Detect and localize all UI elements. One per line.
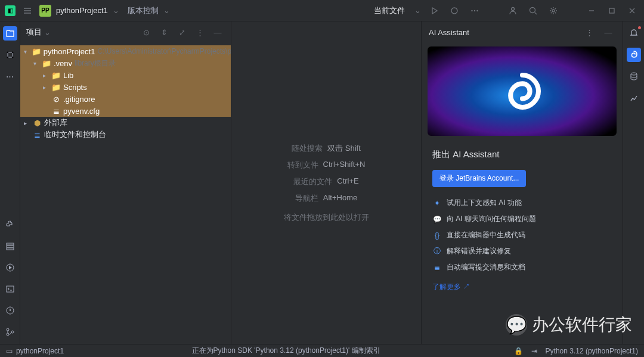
hide-panel-icon[interactable]: — xyxy=(210,25,225,39)
project-badge: PP xyxy=(39,5,51,17)
main-menu-icon[interactable] xyxy=(20,4,35,18)
svg-rect-16 xyxy=(7,286,14,292)
editor-empty-state: 随处搜索双击 Shift 转到文件Ctrl+Shift+N 最近的文件Ctrl+… xyxy=(231,21,421,344)
select-opened-icon[interactable]: ⊙ xyxy=(139,25,153,39)
ai-login-button[interactable]: 登录 JetBrains Account... xyxy=(432,170,526,187)
ai-feature-label: 自动编写提交消息和文档 xyxy=(447,262,525,272)
doc-icon: ≣ xyxy=(432,263,442,272)
svg-point-5 xyxy=(530,7,535,13)
ai-feature-label: 解释错误并建议修复 xyxy=(447,246,511,256)
tree-gitignore[interactable]: ⊘ .gitignore xyxy=(20,93,231,105)
svg-point-3 xyxy=(476,10,478,11)
project-tool-icon[interactable] xyxy=(3,26,17,41)
statusbar: ▭ pythonProject1 正在为Python SDK 'Python 3… xyxy=(0,344,644,357)
tree-scripts[interactable]: ▸📁 Scripts xyxy=(20,81,231,93)
watermark: 💬 办公软件行家 xyxy=(506,313,632,336)
svg-point-0 xyxy=(451,8,457,14)
tree-label: Lib xyxy=(63,71,73,80)
project-panel: 项目 ⌄ ⊙ ⇕ ⤢ ⋮ — ▾📁 pythonProject1 C:\User… xyxy=(20,21,231,344)
svg-point-18 xyxy=(7,328,9,331)
ai-feature-label: 直接在编辑器中生成代码 xyxy=(447,230,525,240)
svg-point-6 xyxy=(552,10,555,12)
minimize-icon[interactable] xyxy=(584,4,599,18)
svg-point-2 xyxy=(474,10,475,11)
services-icon[interactable] xyxy=(3,239,17,253)
database-icon[interactable] xyxy=(627,69,641,83)
wechat-icon: 💬 xyxy=(506,314,527,336)
tree-root[interactable]: ▾📁 pythonProject1 C:\Users\Administrator… xyxy=(20,45,231,57)
tree-pyvenv[interactable]: ≣ pyvenv.cfg xyxy=(20,105,231,117)
terminal-icon[interactable] xyxy=(3,282,17,296)
app-icon: ◧ xyxy=(5,5,16,16)
svg-rect-12 xyxy=(7,243,14,245)
tree-scratch[interactable]: ≣ 临时文件和控制台 xyxy=(20,129,231,141)
status-project[interactable]: pythonProject1 xyxy=(16,347,64,355)
status-indexing[interactable]: 正在为Python SDK 'Python 3.12 (pythonProjec… xyxy=(192,346,380,355)
tree-venv[interactable]: ▾📁 .venv library根目录 xyxy=(20,57,231,69)
panel-options-icon[interactable]: ⋮ xyxy=(582,25,596,39)
ai-assistant-icon[interactable] xyxy=(627,48,641,62)
svg-point-19 xyxy=(7,333,9,336)
close-icon[interactable] xyxy=(625,4,639,18)
tree-label: 外部库 xyxy=(44,117,67,128)
svg-rect-7 xyxy=(609,8,614,13)
problems-icon[interactable] xyxy=(3,303,17,318)
tree-label: Scripts xyxy=(63,83,87,92)
tree-label: .gitignore xyxy=(63,95,95,104)
tree-hint: C:\Users\Administrator\PycharmProjects\p… xyxy=(97,47,231,55)
vcs-dropdown[interactable]: 版本控制 xyxy=(128,5,159,16)
stats-icon[interactable] xyxy=(627,91,641,105)
tree-external[interactable]: ▸⬢ 外部库 xyxy=(20,117,231,129)
settings-icon[interactable] xyxy=(546,4,561,18)
run-icon[interactable] xyxy=(427,4,441,18)
code-icon: {} xyxy=(432,231,442,240)
more-tools-icon[interactable]: ⋯ xyxy=(3,69,17,83)
ai-feature-label: 试用上下文感知 AI 功能 xyxy=(447,198,522,208)
titlebar: ◧ PP pythonProject1 ⌄ 版本控制 ⌄ 当前文件 ⌄ xyxy=(0,0,644,21)
tree-label: pyvenv.cfg xyxy=(63,107,100,116)
python-console-icon[interactable] xyxy=(3,218,17,232)
info-icon: ⓘ xyxy=(432,247,442,256)
status-lock-icon[interactable]: 🔒 xyxy=(514,347,523,355)
hint-label: 最近的文件 xyxy=(293,176,332,187)
more-icon[interactable] xyxy=(467,4,482,18)
hint-key: Alt+Home xyxy=(323,193,357,204)
svg-point-4 xyxy=(512,7,515,10)
search-icon[interactable] xyxy=(526,4,540,18)
notifications-icon[interactable] xyxy=(627,26,641,41)
hide-ai-panel-icon[interactable]: — xyxy=(601,25,615,39)
account-icon[interactable] xyxy=(506,4,520,18)
project-panel-title: 项目 xyxy=(26,27,42,38)
debug-icon[interactable] xyxy=(447,4,462,18)
svg-point-21 xyxy=(631,73,637,75)
ai-learn-more-link[interactable]: 了解更多 ↗ xyxy=(432,282,612,292)
svg-point-1 xyxy=(471,10,472,11)
hint-label: 转到文件 xyxy=(287,160,318,170)
maximize-icon[interactable] xyxy=(605,4,619,18)
drop-hint: 将文件拖放到此处以打开 xyxy=(284,212,369,223)
svg-rect-13 xyxy=(7,246,14,247)
ai-panel: AI Assistant ⋮ — 推出 AI Assistant 登录 JetB… xyxy=(421,21,623,344)
hint-key: 双击 Shift xyxy=(327,143,361,154)
tree-lib[interactable]: ▸📁 Lib xyxy=(20,69,231,81)
current-file-label[interactable]: 当前文件 xyxy=(374,5,405,16)
tree-label: 临时文件和控制台 xyxy=(44,129,106,140)
structure-tool-icon[interactable] xyxy=(3,48,17,62)
tree-label: pythonProject1 xyxy=(44,47,95,56)
hint-label: 随处搜索 xyxy=(292,143,323,154)
status-indent-icon[interactable]: ⇥ xyxy=(531,347,537,355)
project-name[interactable]: pythonProject1 xyxy=(56,6,108,15)
status-window-icon[interactable]: ▭ xyxy=(6,347,13,355)
collapse-all-icon[interactable]: ⤢ xyxy=(175,25,189,39)
ai-feature-label: 向 AI 聊天询问任何编程问题 xyxy=(447,214,536,224)
tree-hint: library根目录 xyxy=(75,58,116,69)
hint-label: 导航栏 xyxy=(295,193,318,204)
sparkle-icon: ✦ xyxy=(432,198,442,208)
svg-rect-14 xyxy=(7,248,14,250)
expand-all-icon[interactable]: ⇕ xyxy=(157,25,171,39)
panel-menu-icon[interactable]: ⋮ xyxy=(193,25,207,39)
vcs-tool-icon[interactable] xyxy=(3,325,17,339)
status-interpreter[interactable]: Python 3.12 (pythonProject1) xyxy=(546,347,638,355)
right-tool-rail xyxy=(623,21,644,344)
run-tool-icon[interactable] xyxy=(3,260,17,275)
